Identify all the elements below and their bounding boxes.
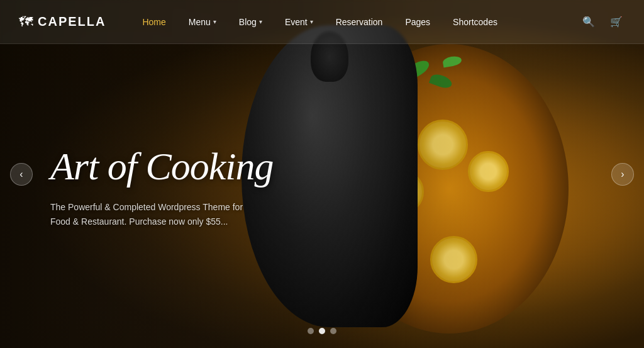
nav-item-shortcodes[interactable]: Shortcodes — [441, 0, 509, 44]
nav-icons: 🔍 🛒 — [580, 13, 625, 30]
nav-item-event[interactable]: Event ▾ — [274, 0, 325, 44]
hero-content: Art of Cooking The Powerful & Completed … — [0, 0, 365, 348]
slider-dot-3[interactable] — [330, 328, 336, 334]
chevron-down-icon: ▾ — [310, 18, 313, 25]
logo-icon: 🗺 — [19, 15, 33, 29]
hero-section: 🗺 CAPELLA Home Menu ▾ Blog ▾ Event ▾ Res… — [0, 0, 644, 348]
nav-item-blog[interactable]: Blog ▾ — [228, 0, 274, 44]
navbar: 🗺 CAPELLA Home Menu ▾ Blog ▾ Event ▾ Res… — [0, 0, 644, 44]
chevron-down-icon: ▾ — [259, 18, 262, 25]
slider-prev-button[interactable]: ‹ — [10, 163, 33, 186]
nav-item-home[interactable]: Home — [131, 0, 177, 44]
slider-dot-2[interactable] — [319, 328, 325, 334]
nav-item-reservation[interactable]: Reservation — [325, 0, 394, 44]
search-button[interactable]: 🔍 — [580, 13, 597, 30]
chevron-right-icon: › — [621, 169, 624, 180]
logo-text: CAPELLA — [38, 14, 106, 29]
logo[interactable]: 🗺 CAPELLA — [19, 14, 106, 29]
chevron-down-icon: ▾ — [213, 18, 216, 25]
nav-item-pages[interactable]: Pages — [394, 0, 441, 44]
hero-subtitle: The Powerful & Completed Wordpress Theme… — [50, 200, 264, 228]
cart-button[interactable]: 🛒 — [608, 13, 625, 30]
nav-item-menu[interactable]: Menu ▾ — [177, 0, 228, 44]
chevron-left-icon: ‹ — [19, 169, 23, 180]
hero-title: Art of Cooking — [50, 145, 365, 188]
nav-links: Home Menu ▾ Blog ▾ Event ▾ Reservation P… — [131, 0, 580, 44]
search-icon: 🔍 — [582, 16, 595, 27]
slider-dots — [308, 328, 336, 334]
slider-dot-1[interactable] — [308, 328, 314, 334]
slider-next-button[interactable]: › — [611, 163, 634, 186]
cart-icon: 🛒 — [610, 16, 623, 27]
